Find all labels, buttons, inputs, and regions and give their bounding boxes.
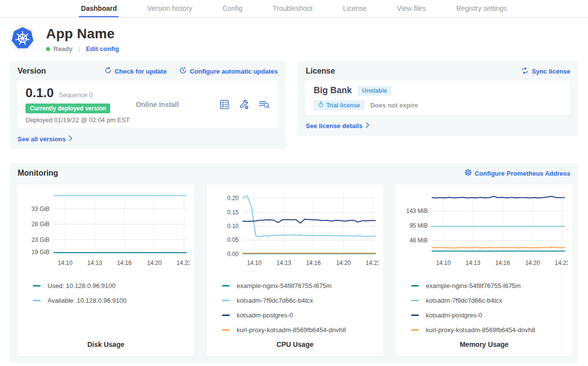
- svg-text:14:20: 14:20: [336, 260, 351, 266]
- license-expiry: Does not expire: [370, 102, 418, 109]
- svg-text:14:20: 14:20: [147, 260, 162, 266]
- version-number: 0.1.0: [25, 85, 54, 101]
- svg-text:23 GiB: 23 GiB: [31, 236, 49, 243]
- svg-text:0.05: 0.05: [227, 236, 239, 243]
- disk-usage-chart[interactable]: 14:1014:1314:1614:2014:2319 GiB23 GiB28 …: [22, 189, 190, 273]
- cpu-usage-panel: 14:1014:1314:1614:2014:230.000.050.100.1…: [207, 184, 383, 356]
- tab-license[interactable]: License: [341, 0, 368, 17]
- legend-item: example-nginx-54f8f76755-l675m: [222, 282, 379, 289]
- status-text: Ready: [53, 45, 73, 52]
- legend-item: Available: 10.128.0.96:9100: [33, 297, 190, 304]
- legend-swatch: [222, 285, 230, 287]
- legend-item: kurl-proxy-kotsadm-8569fb6454-dnvh8: [411, 326, 568, 334]
- edit-config-link[interactable]: Edit config: [86, 45, 119, 52]
- preflight-checks-icon[interactable]: [219, 99, 230, 110]
- cpu-usage-legend: example-nginx-54f8f76755-l675mkotsadm-7f…: [211, 275, 379, 334]
- svg-text:14:16: 14:16: [117, 260, 132, 266]
- cpu-usage-chart[interactable]: 14:1014:1314:1614:2014:230.000.050.100.1…: [211, 189, 379, 273]
- legend-label: kotsadm-postgres-0: [237, 312, 293, 319]
- svg-text:143 MiB: 143 MiB: [406, 208, 428, 214]
- configure-prometheus-button[interactable]: Configure Prometheus Address: [465, 169, 570, 178]
- stopwatch-icon: [318, 102, 324, 109]
- chart-title-cpu: CPU Usage: [211, 334, 379, 351]
- svg-text:33 GiB: 33 GiB: [31, 206, 49, 212]
- monitoring-card: Monitoring Configure Prome: [10, 163, 578, 363]
- svg-text:28 GiB: 28 GiB: [31, 221, 49, 228]
- chevron-right-icon: [69, 135, 73, 143]
- app-header: App Name Ready | Edit config: [10, 26, 578, 53]
- memory-usage-legend: example-nginx-54f8f76755-l675mkotsadm-7f…: [400, 275, 568, 334]
- memory-usage-chart[interactable]: 14:1014:1314:1614:2014:2348 MiB95 MiB143…: [400, 189, 568, 273]
- legend-swatch: [411, 329, 419, 331]
- tab-view-files[interactable]: View files: [395, 0, 428, 17]
- svg-text:14:16: 14:16: [306, 260, 321, 266]
- tab-version-history[interactable]: Version history: [145, 0, 194, 17]
- svg-text:14:23: 14:23: [176, 260, 190, 266]
- see-license-details-link[interactable]: See license details: [306, 122, 369, 130]
- legend-swatch: [411, 314, 419, 316]
- legend-swatch: [222, 314, 230, 316]
- scheduled-update-icon: [179, 67, 187, 76]
- license-card-title: License: [306, 67, 335, 76]
- legend-item: example-nginx-54f8f76755-l675m: [411, 282, 568, 289]
- legend-swatch: [33, 300, 41, 301]
- divider: |: [78, 45, 80, 52]
- legend-swatch: [33, 285, 41, 287]
- kubernetes-logo-icon: [10, 26, 35, 53]
- edit-config-gear-icon[interactable]: [239, 99, 249, 110]
- deployed-timestamp: Deployed 01/19/22 @ 02:04 pm EST: [25, 116, 136, 124]
- svg-text:0.15: 0.15: [227, 209, 239, 216]
- svg-text:14:10: 14:10: [436, 260, 451, 266]
- legend-label: kotsadm-7f9dc7d66c-b4tcx: [237, 297, 313, 304]
- legend-item: kotsadm-postgres-0: [222, 312, 379, 319]
- legend-label: kotsadm-postgres-0: [426, 312, 482, 319]
- svg-text:95 MiB: 95 MiB: [410, 222, 428, 229]
- disk-usage-legend: Used: 10.128.0.96:9100Available: 10.128.…: [22, 275, 190, 304]
- disk-usage-panel: 14:1014:1314:1614:2014:2319 GiB23 GiB28 …: [18, 184, 194, 356]
- monitoring-title: Monitoring: [18, 169, 58, 178]
- top-navigation: Dashboard Version history Config Trouble…: [0, 0, 588, 18]
- refresh-icon: [104, 67, 112, 76]
- page-title: App Name: [46, 26, 119, 42]
- view-deploy-logs-icon[interactable]: [258, 99, 270, 110]
- license-info-box: Big Bank Unstable Trial license Does not…: [306, 80, 570, 115]
- svg-text:0.10: 0.10: [227, 223, 239, 230]
- svg-text:14:13: 14:13: [466, 260, 480, 266]
- sync-license-button[interactable]: Sync license: [521, 67, 570, 76]
- configure-automatic-updates-button[interactable]: Configure automatic updates: [179, 67, 278, 76]
- legend-label: Used: 10.128.0.96:9100: [48, 282, 116, 289]
- legend-label: kurl-proxy-kotsadm-8569fb6454-dnvh8: [237, 326, 346, 334]
- svg-text:0.20: 0.20: [227, 195, 239, 202]
- chart-title-memory: Memory Usage: [400, 334, 568, 351]
- legend-swatch: [222, 329, 230, 331]
- legend-label: kotsadm-7f9dc7d66c-b4tcx: [426, 297, 502, 304]
- legend-label: example-nginx-54f8f76755-l675m: [426, 282, 521, 289]
- svg-text:14:10: 14:10: [247, 260, 262, 266]
- legend-label: Available: 10.128.0.96:9100: [48, 297, 126, 304]
- tab-troubleshoot[interactable]: Troubleshoot: [271, 0, 315, 17]
- legend-swatch: [411, 300, 419, 301]
- tab-dashboard[interactable]: Dashboard: [79, 0, 119, 17]
- see-all-versions-link[interactable]: See all versions: [18, 135, 73, 143]
- legend-item: kotsadm-7f9dc7d66c-b4tcx: [222, 297, 379, 304]
- chevron-right-icon: [366, 122, 369, 130]
- currently-deployed-badge: Currently deployed version: [25, 104, 110, 113]
- gear-icon: [465, 169, 472, 178]
- legend-swatch: [222, 300, 230, 301]
- license-card: License Sync license Big Bank Unstable: [298, 61, 578, 136]
- memory-usage-panel: 14:1014:1314:1614:2014:2348 MiB95 MiB143…: [396, 184, 572, 356]
- svg-text:14:23: 14:23: [366, 260, 379, 266]
- chart-title-disk: Disk Usage: [22, 334, 190, 351]
- svg-text:14:16: 14:16: [495, 260, 510, 266]
- status-ready-dot: [46, 47, 50, 51]
- svg-text:19 GiB: 19 GiB: [31, 249, 49, 256]
- version-card-title: Version: [18, 67, 46, 76]
- tab-config[interactable]: Config: [220, 0, 244, 17]
- legend-item: kotsadm-7f9dc7d66c-b4tcx: [411, 297, 568, 304]
- legend-swatch: [411, 285, 419, 287]
- svg-text:14:13: 14:13: [87, 260, 102, 266]
- tab-registry-settings[interactable]: Registry settings: [454, 0, 509, 17]
- check-for-update-button[interactable]: Check for update: [104, 67, 167, 76]
- trial-license-badge: Trial license: [314, 100, 365, 110]
- legend-label: kurl-proxy-kotsadm-8569fb6454-dnvh8: [426, 326, 535, 334]
